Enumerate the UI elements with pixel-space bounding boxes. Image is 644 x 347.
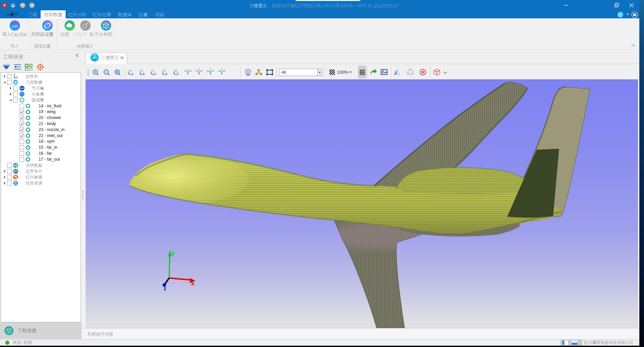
svg-text:z: z <box>15 76 16 78</box>
svg-text:x: x <box>165 72 167 75</box>
svg-text:y: y <box>171 250 175 256</box>
svg-text:Y: Y <box>14 73 15 75</box>
svg-text:x: x <box>191 280 194 287</box>
svg-text:x: x <box>201 69 203 72</box>
svg-text:Y: Y <box>209 68 211 71</box>
svg-text:z: z <box>173 72 174 75</box>
svg-text:z: z <box>163 285 166 292</box>
svg-text:cas: cas <box>12 23 18 28</box>
svg-text:Y: Y <box>198 68 200 71</box>
svg-text:Y: Y <box>187 68 188 71</box>
svg-text:z: z <box>196 69 197 72</box>
svg-text:z: z <box>162 72 163 75</box>
svg-text:y: y <box>207 69 208 72</box>
svg-text:x: x <box>224 69 225 72</box>
svg-text:z: z <box>184 69 186 72</box>
svg-text:Y: Y <box>177 72 178 75</box>
svg-text:z: z <box>155 72 156 75</box>
svg-text:z: z <box>218 69 220 72</box>
svg-text:Y: Y <box>221 68 222 71</box>
svg-text:x: x <box>16 76 18 78</box>
svg-text:x: x <box>190 69 191 72</box>
svg-text:x: x <box>143 72 145 75</box>
svg-text:z: z <box>213 69 214 72</box>
svg-text:z: z <box>132 72 133 75</box>
svg-text:z: z <box>139 72 141 75</box>
